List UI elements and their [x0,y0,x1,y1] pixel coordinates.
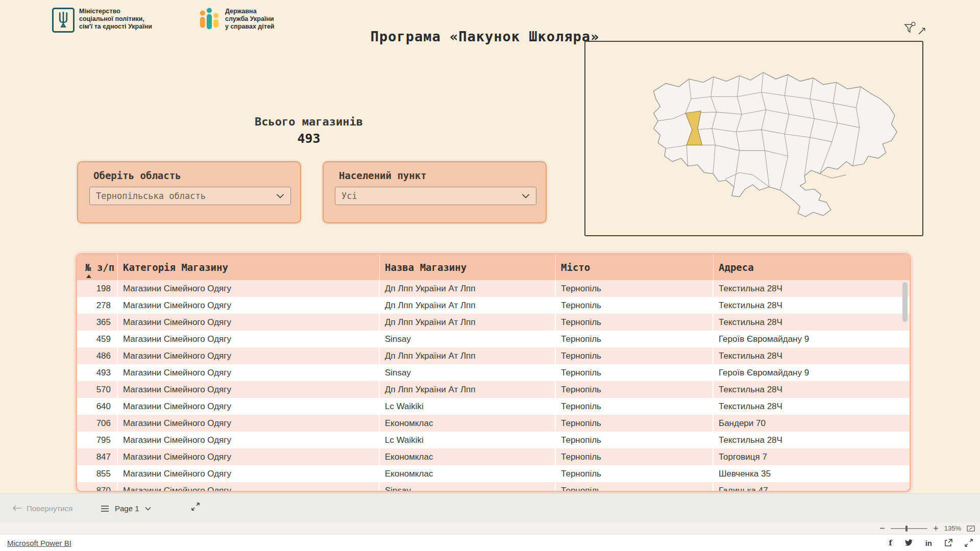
back-button-label: Повернутися [27,504,72,513]
cell-store-name: Sinsay [380,482,556,491]
region-dropdown-value: Тернопільська область [96,191,206,201]
fullscreen-icon[interactable] [965,539,973,547]
page-selector-label: Page 1 [115,504,139,513]
cell-city: Тернопіль [556,415,714,432]
zoom-slider-handle[interactable] [905,525,908,532]
cell-store-name: Дп Лпп України Ат Лпп [380,314,556,331]
fit-to-width-button[interactable] [967,525,975,532]
table-row[interactable]: 493Магазини Сімейного ОдягуSinsayТернопі… [77,364,910,381]
kpi-total-stores-value: 493 [232,131,385,146]
table-row[interactable]: 870Магазини Сімейного ОдягуSinsayТернопі… [77,482,910,491]
cell-category: Магазини Сімейного Одягу [118,280,380,297]
table-row[interactable]: 365Магазини Сімейного ОдягуДп Лпп Україн… [77,314,910,331]
cell-number: 847 [77,448,118,465]
fit-to-page-button[interactable] [191,502,200,513]
cell-address: Текстильна 28Ч [714,297,910,314]
back-button[interactable]: Повернутися [12,494,72,522]
table-header: № з/п Категорія Магазину Назва Магазину … [77,255,910,280]
ministry-line3: сім'ї та єдності України [79,23,152,31]
logos: Міністерство соціальної політики, сім'ї … [52,8,275,33]
scrollbar-thumb[interactable] [902,282,908,322]
cell-address: Текстильна 28Ч [714,398,910,415]
sort-ascending-icon [86,274,91,278]
focus-mode-icon[interactable] [918,27,926,35]
plus-icon [933,525,939,531]
arrow-left-icon [12,505,22,512]
service-logo-text: Державна служба України у справах дітей [225,8,275,31]
table-row[interactable]: 847Магазини Сімейного ОдягуЕкономкласТер… [77,448,910,465]
ukraine-map-svg[interactable] [601,46,909,232]
cell-city: Тернопіль [556,331,714,347]
report-canvas: Міністерство соціальної політики, сім'ї … [0,0,980,493]
settlement-filter-label: Населений пункт [339,170,427,181]
column-header-city[interactable]: Місто [556,255,714,280]
table-row[interactable]: 198Магазини Сімейного ОдягуДп Лпп Україн… [77,280,910,297]
cell-city: Тернопіль [556,381,714,398]
cell-number: 459 [77,331,118,347]
column-header-category[interactable]: Категорія Магазину [118,255,380,280]
table-row[interactable]: 486Магазини Сімейного ОдягуДп Лпп Україн… [77,347,910,364]
children-service-icon [198,8,220,32]
cell-number: 278 [77,297,118,314]
column-header-number[interactable]: № з/п [77,255,118,280]
cell-category: Магазини Сімейного Одягу [118,381,380,398]
cell-address: Галицька 47 [714,482,910,491]
region-filter-label: Оберіть область [93,170,181,181]
cell-category: Магазини Сімейного Одягу [118,482,380,491]
ukraine-map[interactable] [584,41,923,236]
table-row[interactable]: 795Магазини Сімейного ОдягуLc WaikikiТер… [77,432,910,448]
share-icon[interactable] [944,539,952,547]
table-row[interactable]: 278Магазини Сімейного ОдягуДп Лпп Україн… [77,297,910,314]
cell-address: Героїв Євромайдану 9 [714,331,910,347]
twitter-icon[interactable] [904,539,913,546]
table-row[interactable]: 706Магазини Сімейного ОдягуЕкономкласТер… [77,415,910,432]
share-icons: f in [889,539,973,547]
settlement-dropdown-value: Усі [341,191,357,201]
powerbi-brand-link[interactable]: Microsoft Power BI [7,539,71,547]
cell-city: Тернопіль [556,314,714,331]
cell-address: Текстильна 28Ч [714,314,910,331]
cell-store-name: Дп Лпп України Ат Лпп [380,381,556,398]
facebook-icon[interactable]: f [889,539,892,547]
region-dropdown[interactable]: Тернопільська область [89,187,291,205]
ministry-logo-icon [52,8,75,33]
page-selector[interactable]: Page 1 [93,499,158,518]
linkedin-icon[interactable]: in [925,539,932,547]
filter-funnel-icon[interactable] [903,21,916,35]
zoom-in-button[interactable] [933,525,939,531]
zoom-out-button[interactable] [879,525,885,531]
fit-screen-icon [967,525,975,532]
column-header-address[interactable]: Адреса [714,255,910,280]
map-visual-header [903,21,926,35]
cell-category: Магазини Сімейного Одягу [118,415,380,432]
column-header-store-name[interactable]: Назва Магазину [380,255,556,280]
cell-number: 870 [77,482,118,491]
table-scrollbar[interactable] [902,282,908,488]
chevron-down-icon [522,194,530,198]
cell-city: Тернопіль [556,280,714,297]
table-row[interactable]: 640Магазини Сімейного ОдягуLc WaikikiТер… [77,398,910,415]
cell-number: 570 [77,381,118,398]
table-body: 198Магазини Сімейного ОдягуДп Лпп Україн… [77,280,910,491]
cell-city: Тернопіль [556,297,714,314]
settlement-filter-card: Населений пункт Усі [323,161,547,223]
table-row[interactable]: 570Магазини Сімейного ОдягуДп Лпп Україн… [77,381,910,398]
zoom-slider[interactable] [891,528,927,529]
cell-category: Магазини Сімейного Одягу [118,432,380,448]
cell-store-name: Lc Waikiki [380,432,556,448]
minus-icon [879,525,885,531]
page-title: Програма «Пакунок Школяра» [357,29,612,44]
zoom-level: 135% [944,524,961,532]
cell-store-name: Sinsay [380,364,556,381]
service-line1: Державна [225,8,275,15]
table-row[interactable]: 855Магазини Сімейного ОдягуЕкономкласТер… [77,465,910,482]
cell-number: 640 [77,398,118,415]
table-row[interactable]: 459Магазини Сімейного ОдягуSinsayТернопі… [77,331,910,347]
cell-city: Тернопіль [556,347,714,364]
cell-address: Текстильна 28Ч [714,280,910,297]
ministry-line2: соціальної політики, [79,15,152,23]
settlement-dropdown[interactable]: Усі [335,187,536,205]
zoom-bar: 135% [0,522,980,534]
cell-number: 365 [77,314,118,331]
service-line2: служба України [225,15,275,23]
